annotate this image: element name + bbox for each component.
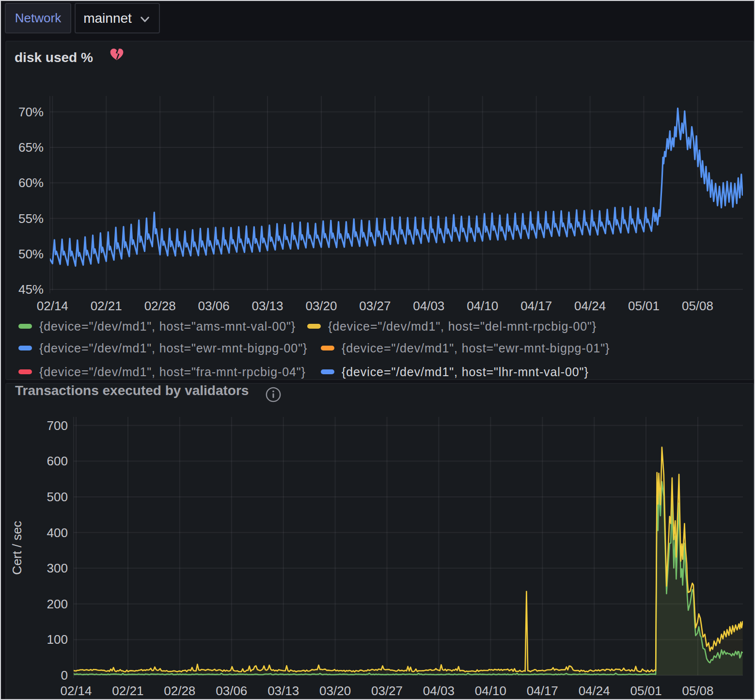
svg-text:200: 200 <box>47 597 68 611</box>
svg-text:02/28: 02/28 <box>164 684 195 698</box>
svg-text:04/10: 04/10 <box>475 684 506 698</box>
svg-text:45%: 45% <box>18 282 44 297</box>
svg-text:300: 300 <box>47 561 68 575</box>
svg-text:50%: 50% <box>18 247 44 261</box>
svg-text:04/24: 04/24 <box>579 684 610 698</box>
svg-text:05/01: 05/01 <box>630 684 662 698</box>
svg-text:03/13: 03/13 <box>267 684 299 698</box>
svg-text:600: 600 <box>47 454 68 468</box>
svg-text:500: 500 <box>47 490 68 504</box>
svg-text:03/27: 03/27 <box>359 299 391 313</box>
svg-text:04/03: 04/03 <box>423 684 455 698</box>
svg-text:04/24: 04/24 <box>574 299 606 313</box>
svg-text:04/17: 04/17 <box>520 299 552 313</box>
svg-text:400: 400 <box>47 525 68 540</box>
svg-text:03/20: 03/20 <box>319 684 351 698</box>
svg-text:05/08: 05/08 <box>682 684 713 698</box>
svg-text:03/27: 03/27 <box>371 684 403 698</box>
svg-text:05/01: 05/01 <box>628 299 660 313</box>
svg-text:700: 700 <box>47 418 68 433</box>
svg-text:02/14: 02/14 <box>37 299 68 313</box>
svg-text:04/17: 04/17 <box>527 684 558 698</box>
svg-text:Cert / sec: Cert / sec <box>10 521 24 574</box>
svg-text:0: 0 <box>61 668 68 683</box>
svg-text:02/28: 02/28 <box>144 299 176 313</box>
svg-text:03/20: 03/20 <box>305 299 337 313</box>
svg-text:65%: 65% <box>18 140 44 155</box>
svg-text:100: 100 <box>47 632 68 647</box>
svg-text:03/06: 03/06 <box>198 299 230 313</box>
svg-text:03/06: 03/06 <box>216 684 247 698</box>
svg-text:04/10: 04/10 <box>467 299 498 313</box>
svg-text:02/21: 02/21 <box>91 299 122 313</box>
svg-text:60%: 60% <box>18 175 44 190</box>
svg-text:03/13: 03/13 <box>252 299 283 313</box>
svg-text:02/14: 02/14 <box>60 684 92 698</box>
svg-text:55%: 55% <box>18 211 44 226</box>
svg-text:70%: 70% <box>18 105 44 119</box>
svg-text:04/03: 04/03 <box>413 299 444 313</box>
svg-text:02/21: 02/21 <box>112 684 143 698</box>
svg-text:05/08: 05/08 <box>682 299 713 313</box>
